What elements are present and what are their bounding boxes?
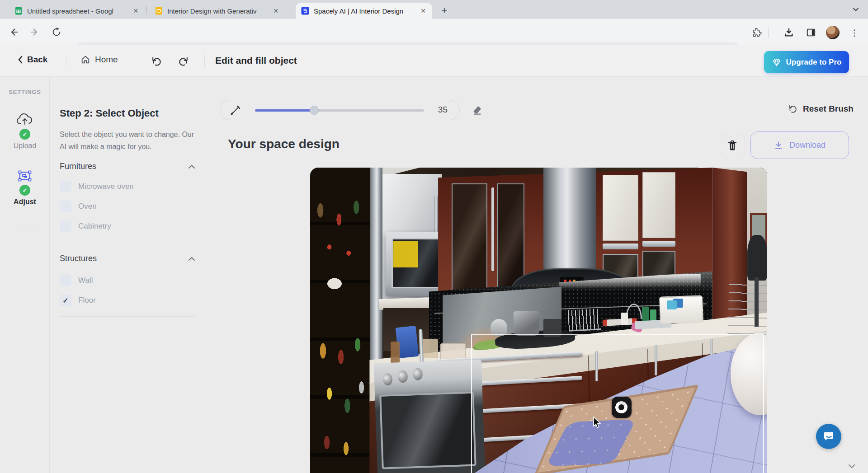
counter-item-iced-coffee xyxy=(391,342,400,363)
panel-divider xyxy=(60,316,195,317)
tab-title: Spacely AI | AI Interior Design xyxy=(314,7,403,15)
counter-item-stock-pot xyxy=(514,311,539,336)
home-button[interactable]: Home xyxy=(80,55,118,65)
mouse-cursor xyxy=(593,417,603,430)
oven-knob xyxy=(382,373,392,386)
close-icon[interactable]: ✕ xyxy=(420,7,427,14)
brush-size-slider[interactable] xyxy=(255,109,424,112)
checkbox-label: Oven xyxy=(78,202,97,211)
upgrade-to-pro-button[interactable]: Upgrade to Pro xyxy=(764,51,849,73)
panel-divider xyxy=(60,241,195,241)
oven-knob xyxy=(397,370,407,383)
appbar-divider xyxy=(134,55,134,67)
cabinet-handle xyxy=(642,241,675,247)
checkbox-row-oven[interactable]: ✓ Oven xyxy=(60,200,97,213)
slider-fill xyxy=(255,109,314,112)
kitchen-wire-rack xyxy=(727,277,767,339)
checkbox-row-wall[interactable]: ✓ Wall xyxy=(60,274,93,287)
step-title: Step 2: Select Object xyxy=(60,108,159,119)
downloads-icon[interactable] xyxy=(781,24,797,41)
checkbox[interactable]: ✓ xyxy=(60,201,71,212)
cabinet-handle xyxy=(603,244,638,249)
upper-cabinet-cream-door xyxy=(603,175,638,241)
tab-untitled-spreadsheet[interactable]: Untitled spreadsheet - Googl ✕ xyxy=(9,3,145,19)
checkbox[interactable]: ✓ xyxy=(60,220,71,232)
cabinet-handle xyxy=(491,187,494,271)
upload-label: Upload xyxy=(14,142,37,150)
chat-widget-button[interactable] xyxy=(816,424,841,449)
avatar xyxy=(826,26,840,39)
checkbox-row-cabinetry[interactable]: ✓ Cabinetry xyxy=(60,220,111,233)
brush-icon[interactable] xyxy=(229,105,241,117)
chat-icon xyxy=(822,430,835,443)
page-title: Edit and fill object xyxy=(215,55,297,66)
design-canvas[interactable] xyxy=(310,168,767,473)
back-label: Back xyxy=(27,55,47,65)
close-icon[interactable]: ✕ xyxy=(272,7,279,14)
delete-design-button[interactable] xyxy=(720,133,745,158)
close-icon[interactable]: ✕ xyxy=(132,7,139,14)
sidebar-item-upload[interactable]: ✓ Upload xyxy=(0,113,50,150)
checkbox-label: Cabinetry xyxy=(78,222,111,231)
reload-button[interactable] xyxy=(49,24,64,40)
redo-button[interactable] xyxy=(176,54,191,69)
checkbox[interactable]: ✓ xyxy=(60,275,71,286)
tab-title: Interior Design with Generativ xyxy=(167,7,257,15)
extensions-puzzle-icon[interactable] xyxy=(749,24,765,41)
back-button[interactable]: Back xyxy=(17,55,47,65)
eraser-icon xyxy=(471,104,483,116)
home-label: Home xyxy=(95,55,118,65)
slider-thumb[interactable] xyxy=(310,106,319,115)
profile-avatar[interactable] xyxy=(825,24,841,41)
section-label: Furnitures xyxy=(60,162,96,171)
reset-brush-button[interactable]: Reset Brush xyxy=(788,104,854,114)
sidebar-item-adjust[interactable]: ✓ Adjust xyxy=(0,170,50,206)
upper-cabinet-glass-door xyxy=(497,183,524,292)
upper-cabinet-cream-door xyxy=(642,172,675,238)
counter-item-soap xyxy=(621,313,627,325)
tab-interior-design-doc[interactable]: Interior Design with Generativ ✕ xyxy=(149,3,285,19)
brush-size-value: 35 xyxy=(438,105,448,115)
checkbox-row-microwave-oven[interactable]: ✓ Microwave oven xyxy=(60,180,134,193)
section-furnitures[interactable]: Furnitures xyxy=(60,162,195,171)
counter-item-blue-cups xyxy=(667,300,677,309)
tab-spacely-active[interactable]: Spacely AI | AI Interior Design ✕ xyxy=(296,3,432,19)
kitchen-hood-chimney xyxy=(543,168,596,281)
scroll-down-chevron-icon[interactable] xyxy=(847,463,856,472)
browser-back-button[interactable] xyxy=(6,24,21,40)
undo-button[interactable] xyxy=(149,54,164,69)
eraser-button[interactable] xyxy=(469,103,485,118)
counter-item-green-bottle xyxy=(642,307,649,322)
settings-rail: SETTINGS ✓ Upload ✓ Adjust xyxy=(0,77,50,473)
checkbox[interactable]: ✓ xyxy=(60,295,71,306)
cloud-upload-icon xyxy=(16,113,33,126)
upper-cabinet-glass-door xyxy=(452,183,487,292)
kitchen-shelving-bottles xyxy=(310,168,374,473)
brush-toolbar: 35 xyxy=(220,100,460,120)
adjust-label: Adjust xyxy=(14,198,36,206)
spacely-favicon xyxy=(301,7,309,15)
tab-title: Untitled spreadsheet - Googl xyxy=(27,7,113,15)
browser-toolbar: spacely.ai/app/tool/edit-and-fill ☆ ⋮ xyxy=(0,19,868,45)
reset-brush-label: Reset Brush xyxy=(803,104,854,114)
section-structures[interactable]: Structures xyxy=(60,254,195,263)
browser-menu-icon[interactable]: ⋮ xyxy=(846,24,863,41)
download-button[interactable]: Download xyxy=(750,131,849,159)
adjust-frame-icon xyxy=(18,170,32,183)
checkbox[interactable]: ✓ xyxy=(60,181,71,192)
checkbox-row-floor[interactable]: ✓ Floor xyxy=(60,294,96,307)
app-toolbar: Back Home Edit and fill object xyxy=(0,45,868,77)
reset-icon xyxy=(788,104,797,114)
microwave-sticker xyxy=(393,241,418,268)
rail-divider xyxy=(10,226,40,226)
tab-search-chevron-icon[interactable] xyxy=(852,5,860,15)
download-label: Download xyxy=(789,140,826,150)
upload-complete-badge: ✓ xyxy=(19,129,30,140)
adjust-complete-badge: ✓ xyxy=(19,185,30,196)
checkbox-label: Floor xyxy=(78,296,96,305)
checkbox-label: Wall xyxy=(78,276,93,285)
select-object-panel: Step 2: Select Object Select the object … xyxy=(50,77,209,473)
browser-forward-button[interactable] xyxy=(27,24,42,40)
new-tab-button[interactable]: + xyxy=(438,4,451,17)
side-panel-icon[interactable] xyxy=(803,24,819,41)
